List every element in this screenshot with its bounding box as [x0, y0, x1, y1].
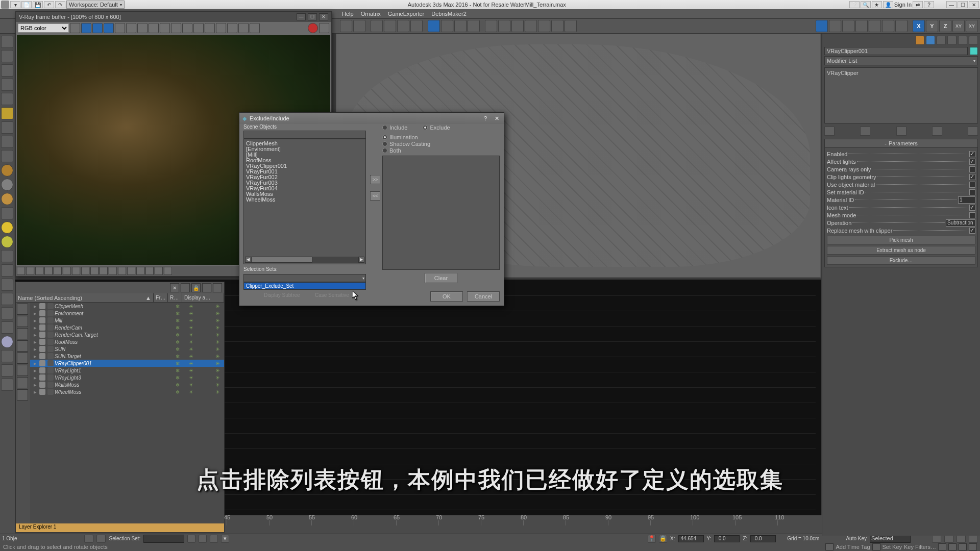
- illumination-radio[interactable]: [382, 135, 387, 140]
- keyfilters-button[interactable]: Key Filters…: [904, 544, 936, 550]
- se-close-icon[interactable]: ✕: [170, 283, 179, 292]
- vfb-sb-10-icon[interactable]: [100, 267, 108, 275]
- tool-24-icon[interactable]: [1, 364, 13, 377]
- vfb-switch-icon[interactable]: [115, 23, 125, 33]
- qat-undo-icon[interactable]: ↶: [44, 1, 54, 8]
- zoom-icon[interactable]: [948, 543, 957, 550]
- autokey-button[interactable]: Auto Key: [846, 536, 867, 541]
- se-lt-5-icon[interactable]: [17, 353, 28, 364]
- tool-9-icon[interactable]: [1, 150, 13, 162]
- setkey-button[interactable]: Set Key: [883, 544, 902, 550]
- cp-create-tab-icon[interactable]: [915, 36, 924, 45]
- sb-toggle-1-icon[interactable]: [84, 535, 93, 543]
- tool-17-icon[interactable]: [1, 264, 13, 277]
- scene-object-item[interactable]: [Mill]: [245, 152, 364, 157]
- qat-new-icon[interactable]: ▾: [10, 1, 20, 8]
- axis-xy2-button[interactable]: XY: [966, 20, 978, 32]
- scene-object-item[interactable]: VRayFur003: [245, 180, 364, 185]
- se-lock-icon[interactable]: 🔒: [191, 283, 201, 292]
- sphere-2-icon[interactable]: [1, 179, 13, 191]
- se-col-display[interactable]: Display a…: [182, 293, 224, 302]
- snap-3d-icon[interactable]: [816, 20, 828, 32]
- scene-row[interactable]: ▸SUN.Target❄☀☀: [30, 353, 224, 360]
- se-lt-7-icon[interactable]: [17, 377, 28, 388]
- coord-x-field[interactable]: 44.654: [678, 535, 704, 542]
- scene-object-item[interactable]: VRayClipper001: [245, 163, 364, 168]
- se-display-icon[interactable]: [181, 283, 190, 292]
- tool-5-icon[interactable]: [1, 93, 13, 105]
- se-lt-3-icon[interactable]: [17, 328, 28, 339]
- window-maximize[interactable]: ☐: [958, 1, 968, 8]
- vfb-alpha-icon[interactable]: [92, 23, 103, 33]
- axis-xy-button[interactable]: XY: [952, 20, 965, 32]
- menu-gameexporter[interactable]: GameExporter: [388, 11, 425, 17]
- selection-sets-dropdown-list[interactable]: Clipper_Exclude_Set: [243, 282, 366, 290]
- exclude-button[interactable]: Exclude…: [827, 256, 975, 265]
- workspace-selector[interactable]: Workspace: Default ▾: [66, 1, 125, 9]
- modifier-list-dropdown[interactable]: Modifier List▾: [824, 56, 978, 65]
- script-icon[interactable]: [825, 543, 834, 550]
- stack-item-vrayclipper[interactable]: VRayClipper: [827, 70, 975, 76]
- scene-objects-filter[interactable]: [243, 131, 366, 139]
- tool-20-icon[interactable]: [1, 307, 13, 319]
- edged-faces-icon[interactable]: [538, 20, 550, 32]
- selset-add-icon[interactable]: [187, 535, 195, 543]
- exclude-radio[interactable]: [423, 125, 428, 130]
- vfb-close[interactable]: ✕: [319, 13, 328, 20]
- vfb-pixel-icon[interactable]: [205, 23, 215, 33]
- vfb-sb-5-icon[interactable]: [54, 267, 62, 275]
- se-lt-2-icon[interactable]: [17, 316, 28, 327]
- angle-snap-icon[interactable]: [498, 20, 510, 32]
- window-close[interactable]: ✕: [969, 1, 979, 8]
- sphere-5-icon[interactable]: [1, 336, 13, 348]
- tool-19-icon[interactable]: [1, 293, 13, 305]
- vfb-sb-14-icon[interactable]: [136, 267, 144, 275]
- timeconfig-icon[interactable]: [872, 543, 880, 550]
- scene-row[interactable]: ▸Mill❄☀☀: [30, 317, 224, 324]
- se-col-render[interactable]: R…: [168, 293, 182, 302]
- rendered-frame-icon[interactable]: [468, 20, 480, 32]
- create-selection-icon[interactable]: [565, 20, 577, 32]
- light-icon[interactable]: [1, 107, 13, 119]
- cp-motion-tab-icon[interactable]: [947, 36, 957, 45]
- scene-row[interactable]: ▸VRayClipper001❄☀☀: [30, 360, 224, 367]
- scroll-right-icon[interactable]: ▶: [358, 257, 364, 263]
- vfb-sb-17-icon[interactable]: [164, 267, 172, 275]
- scene-objects-list[interactable]: ClipperMesh[Environment][Mill]RoofMossVR…: [243, 139, 366, 264]
- vfb-rgb-icon[interactable]: [81, 23, 91, 33]
- qat-redo-icon[interactable]: ↷: [55, 1, 65, 8]
- cp-display-tab-icon[interactable]: [958, 36, 967, 45]
- percent-snap-icon[interactable]: [511, 20, 524, 32]
- coord-z-field[interactable]: -0.0: [750, 535, 776, 542]
- menu-debrismaker[interactable]: DebrisMaker2: [431, 11, 466, 17]
- scene-row[interactable]: ▸WheelMoss❄☀☀: [30, 388, 224, 395]
- align-icon[interactable]: [384, 20, 396, 32]
- clip-lights-checkbox[interactable]: [969, 174, 975, 180]
- snap-toggle-icon[interactable]: [485, 20, 497, 32]
- selection-set-option[interactable]: Clipper_Exclude_Set: [244, 283, 365, 289]
- ok-button[interactable]: OK: [430, 291, 463, 302]
- use-obj-mtl-checkbox[interactable]: [969, 182, 975, 188]
- object-color-swatch[interactable]: [970, 47, 978, 55]
- orbit-icon[interactable]: [959, 543, 967, 550]
- vfb-sb-16-icon[interactable]: [155, 267, 163, 275]
- stack-unique-icon[interactable]: [896, 127, 906, 136]
- named-sets-icon[interactable]: [353, 20, 365, 32]
- tool-23-icon[interactable]: [1, 350, 13, 362]
- set-mtl-id-checkbox[interactable]: [969, 189, 975, 195]
- vfb-sb-12-icon[interactable]: [118, 267, 126, 275]
- extract-mesh-button[interactable]: Extract mesh as node: [827, 246, 975, 255]
- scene-object-item[interactable]: VRayFur002: [245, 174, 364, 180]
- vfb-lut-icon[interactable]: [250, 23, 260, 33]
- scene-row[interactable]: ▸VRayLight3❄☀☀: [30, 374, 224, 381]
- cone-icon[interactable]: [1, 207, 13, 219]
- axis-z-button[interactable]: Z: [939, 20, 951, 32]
- axis-y-button[interactable]: Y: [926, 20, 938, 32]
- selset-dropdown-icon[interactable]: ▾: [221, 535, 229, 543]
- vfb-channel-select[interactable]: RGB color: [18, 23, 69, 33]
- tool-2-icon[interactable]: [1, 50, 13, 62]
- ref-coord-z-icon[interactable]: [855, 20, 868, 32]
- curve-editor-icon[interactable]: [410, 20, 423, 32]
- vfb-sb-15-icon[interactable]: [145, 267, 154, 275]
- ref-coord-xy-icon[interactable]: [869, 20, 881, 32]
